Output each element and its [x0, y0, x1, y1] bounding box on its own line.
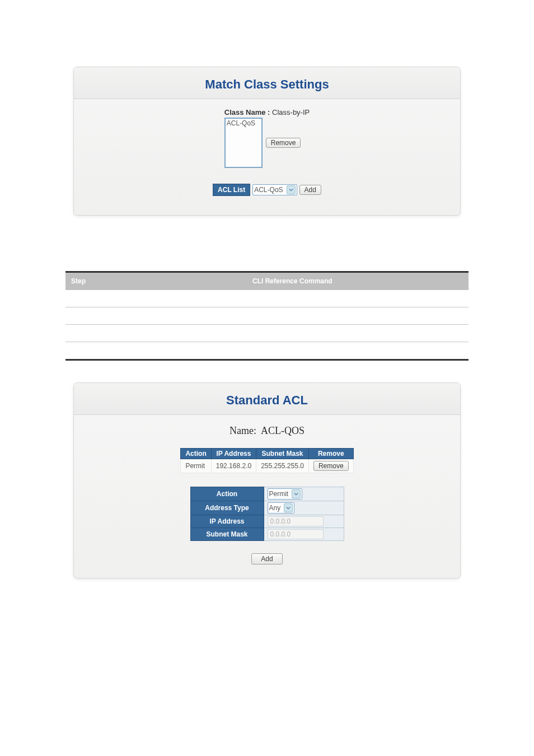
- form-mask-input[interactable]: 0.0.0.0: [268, 529, 324, 539]
- form-ip-input[interactable]: 0.0.0.0: [268, 516, 324, 526]
- form-addrtype-label: Address Type: [190, 501, 264, 515]
- cli-reference-table: Step CLI Reference Command Step 1 DGS-36…: [65, 271, 469, 361]
- col-remove: Remove: [308, 449, 353, 459]
- form-action-label: Action: [190, 487, 264, 501]
- standard-acl-panel: Standard ACL Name: ACL-QOS Action IP Add…: [74, 383, 460, 578]
- cli-step: Step 4: [65, 342, 247, 359]
- rule-remove-button[interactable]: Remove: [313, 461, 349, 471]
- chevron-down-icon: [287, 185, 296, 194]
- class-name-value: Class-by-IP: [272, 108, 310, 116]
- chevron-down-icon: [284, 503, 293, 512]
- cli-step: Step 2: [65, 307, 247, 324]
- class-name-label: Class Name :: [224, 108, 270, 116]
- form-action-select[interactable]: Permit: [268, 488, 303, 500]
- form-mask-label: Subnet Mask: [190, 528, 264, 541]
- col-ip: IP Address: [211, 449, 256, 459]
- cli-header-cmd: CLI Reference Command: [247, 272, 469, 290]
- cli-cmd: DGS-3610(config)# ip access-list standar…: [247, 307, 469, 324]
- cli-row: Step 2 DGS-3610(config)# ip access-list …: [65, 307, 469, 324]
- cli-cmd: DGS-3610(config-std-nacl)# end: [247, 342, 469, 359]
- cli-row: Step 4 DGS-3610(config-std-nacl)# end: [65, 342, 469, 359]
- add-button[interactable]: Add: [299, 185, 321, 195]
- acl-list-label: ACL List: [213, 184, 250, 196]
- add-rule-button[interactable]: Add: [251, 553, 282, 564]
- cli-header-step: Step: [65, 272, 247, 290]
- cli-header-row: Step CLI Reference Command: [65, 272, 469, 290]
- rule-mask: 255.255.255.0: [256, 459, 309, 473]
- cli-row: Step 3 DGS-3610(config-std-nacl)# permit…: [65, 325, 469, 342]
- col-mask: Subnet Mask: [256, 449, 309, 459]
- cli-row: Step 1 DGS-3610# configure terminal: [65, 290, 469, 307]
- form-ip-label: IP Address: [190, 515, 264, 528]
- col-action: Action: [181, 449, 211, 459]
- acl-list-select[interactable]: ACL-QoS: [252, 184, 297, 195]
- form-addrtype-select[interactable]: Any: [268, 502, 295, 514]
- form-action-value: Permit: [269, 490, 289, 498]
- chevron-down-icon: [292, 489, 301, 498]
- acl-name-value: ACL-QOS: [261, 425, 305, 436]
- match-class-settings-panel: Match Class Settings Class Name : Class-…: [74, 67, 460, 215]
- form-addrtype-value: Any: [269, 504, 281, 512]
- class-name-line: Class Name : Class-by-IP: [224, 108, 310, 116]
- cli-cmd: DGS-3610# configure terminal: [247, 290, 469, 307]
- acl-listbox[interactable]: ACL-QoS: [224, 118, 263, 168]
- panel-title: Match Class Settings: [74, 67, 460, 99]
- remove-button[interactable]: Remove: [266, 138, 301, 148]
- rule-ip: 192.168.2.0: [211, 459, 256, 473]
- acl-listbox-item[interactable]: ACL-QoS: [227, 119, 260, 127]
- panel-title: Standard ACL: [74, 383, 460, 415]
- rule-action: Permit: [181, 459, 211, 473]
- acl-rule-row: Permit 192.168.2.0 255.255.255.0 Remove: [181, 459, 353, 473]
- acl-list-select-value: ACL-QoS: [254, 186, 283, 194]
- acl-rules-table: Action IP Address Subnet Mask Remove Per…: [180, 448, 353, 473]
- cli-cmd: DGS-3610(config-std-nacl)# permit 192.16…: [247, 325, 469, 342]
- acl-name-label: Name:: [229, 425, 256, 436]
- acl-form: Action Permit Address Type Any: [190, 487, 344, 541]
- cli-step: Step 1: [65, 290, 247, 307]
- cli-step: Step 3: [65, 325, 247, 342]
